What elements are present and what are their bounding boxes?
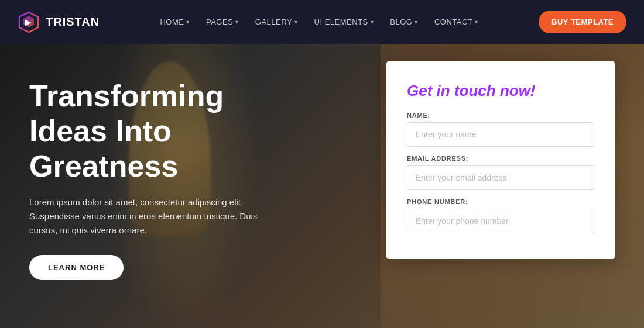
logo-icon: ▶ <box>18 11 40 33</box>
chevron-down-icon: ▾ <box>294 19 298 25</box>
nav-blog[interactable]: BLOG ▾ <box>383 13 425 31</box>
buy-template-button[interactable]: BUY TEMPLATE <box>539 11 626 33</box>
hero-title: Transforming Ideas Into Greatness <box>29 79 287 184</box>
learn-more-button[interactable]: LEARN MORE <box>29 255 124 280</box>
phone-input[interactable] <box>407 209 594 233</box>
chevron-down-icon: ▾ <box>186 19 190 25</box>
email-label: EMAIL ADDRESS: <box>407 155 594 162</box>
hero-content: Transforming Ideas Into Greatness Lorem … <box>0 44 310 280</box>
email-field-group: EMAIL ADDRESS: <box>407 155 594 198</box>
svg-text:▶: ▶ <box>25 18 32 27</box>
name-label: NAME: <box>407 112 594 119</box>
contact-form-title: Get in touch now! <box>407 82 594 100</box>
email-input[interactable] <box>407 165 594 190</box>
chevron-down-icon: ▾ <box>371 19 374 25</box>
name-field-group: NAME: <box>407 112 594 155</box>
nav-contact[interactable]: CONTACT ▾ <box>427 13 485 31</box>
logo-text: TRISTAN <box>46 15 100 29</box>
phone-label: PHONE NUMBER: <box>407 198 594 205</box>
chevron-down-icon: ▾ <box>235 19 239 25</box>
logo[interactable]: ▶ TRISTAN <box>18 11 100 33</box>
contact-card: Get in touch now! NAME: EMAIL ADDRESS: P… <box>386 61 615 259</box>
navbar: ▶ TRISTAN HOME ▾ PAGES ▾ GALLERY ▾ UI EL… <box>0 0 644 44</box>
chevron-down-icon: ▾ <box>475 19 478 25</box>
nav-home[interactable]: HOME ▾ <box>153 13 197 31</box>
nav-pages[interactable]: PAGES ▾ <box>199 13 246 31</box>
nav-links: HOME ▾ PAGES ▾ GALLERY ▾ UI ELEMENTS ▾ B… <box>153 13 485 31</box>
chevron-down-icon: ▾ <box>415 19 418 25</box>
nav-gallery[interactable]: GALLERY ▾ <box>248 13 305 31</box>
hero-description: Lorem ipsum dolor sit amet, consectetur … <box>29 195 287 237</box>
phone-field-group: PHONE NUMBER: <box>407 198 594 241</box>
name-input[interactable] <box>407 122 594 147</box>
hero-section: Transforming Ideas Into Greatness Lorem … <box>0 44 644 328</box>
nav-ui-elements[interactable]: UI ELEMENTS ▾ <box>307 13 381 31</box>
